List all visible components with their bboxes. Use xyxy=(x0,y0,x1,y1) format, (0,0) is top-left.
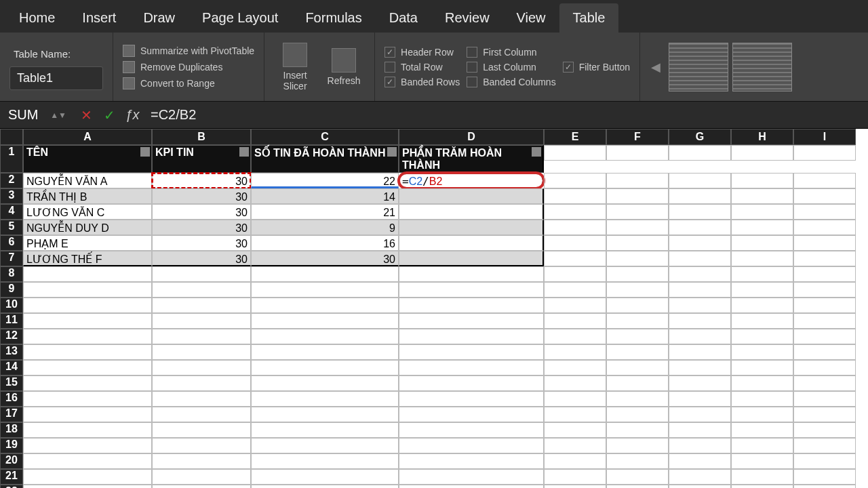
cell[interactable] xyxy=(544,235,606,251)
col-header-c[interactable]: C xyxy=(251,129,399,145)
cell[interactable]: NGUYỄN DUY D xyxy=(23,220,152,235)
cell[interactable] xyxy=(731,469,793,485)
cell[interactable] xyxy=(23,453,152,469)
cell[interactable] xyxy=(669,391,731,407)
cell[interactable] xyxy=(669,220,731,235)
cell[interactable] xyxy=(399,360,544,375)
tab-insert[interactable]: Insert xyxy=(68,3,130,33)
cell[interactable] xyxy=(606,422,669,438)
cell[interactable] xyxy=(251,282,399,298)
cell[interactable] xyxy=(606,235,669,251)
cell[interactable] xyxy=(606,375,669,391)
cell[interactable] xyxy=(251,407,399,422)
total-row-toggle[interactable]: Total Row xyxy=(384,62,460,73)
cell[interactable] xyxy=(544,282,606,298)
col-header-a[interactable]: A xyxy=(23,129,152,145)
cell[interactable] xyxy=(399,266,544,282)
cell[interactable] xyxy=(731,204,793,220)
cell[interactable] xyxy=(793,438,856,453)
tab-review[interactable]: Review xyxy=(431,3,503,33)
fx-icon[interactable]: ƒx xyxy=(121,107,144,123)
cell[interactable] xyxy=(669,375,731,391)
cell[interactable] xyxy=(544,188,606,204)
cell[interactable] xyxy=(251,266,399,282)
cell[interactable] xyxy=(251,313,399,329)
cell[interactable]: 16 xyxy=(251,235,399,251)
cell[interactable] xyxy=(731,251,793,266)
cell[interactable] xyxy=(793,329,856,344)
remove-duplicates-button[interactable]: Remove Duplicates xyxy=(123,61,254,73)
convert-range-button[interactable]: Convert to Range xyxy=(123,77,254,89)
cell[interactable] xyxy=(23,344,152,360)
cell[interactable] xyxy=(731,220,793,235)
cell[interactable] xyxy=(606,220,669,235)
cell[interactable] xyxy=(544,313,606,329)
filter-icon[interactable] xyxy=(239,147,249,157)
cell[interactable] xyxy=(544,438,606,453)
last-column-toggle[interactable]: Last Column xyxy=(467,62,555,73)
refresh-button[interactable]: Refresh xyxy=(323,48,365,86)
cell[interactable] xyxy=(152,469,251,485)
table-header-cell[interactable]: KPI TIN xyxy=(152,145,251,173)
cell[interactable] xyxy=(23,329,152,344)
cell[interactable] xyxy=(251,453,399,469)
table-header-cell[interactable]: PHẦN TRĂM HOÀN THÀNH xyxy=(399,145,544,173)
cell[interactable] xyxy=(399,235,544,251)
cell[interactable] xyxy=(606,173,669,188)
row-header[interactable]: 11 xyxy=(0,313,23,329)
cell[interactable] xyxy=(23,422,152,438)
col-header-d[interactable]: D xyxy=(399,129,544,145)
cell[interactable] xyxy=(23,469,152,485)
row-header[interactable]: 22 xyxy=(0,485,23,488)
row-header[interactable]: 14 xyxy=(0,360,23,375)
cell[interactable] xyxy=(399,407,544,422)
cell[interactable] xyxy=(669,251,731,266)
cell[interactable] xyxy=(731,453,793,469)
confirm-formula-button[interactable]: ✓ xyxy=(98,107,121,123)
cell[interactable] xyxy=(793,188,856,204)
tab-table[interactable]: Table xyxy=(559,3,619,33)
cell[interactable] xyxy=(606,329,669,344)
cell[interactable] xyxy=(544,422,606,438)
cell[interactable] xyxy=(152,438,251,453)
cell[interactable] xyxy=(23,266,152,282)
cell[interactable] xyxy=(544,391,606,407)
cell[interactable] xyxy=(793,469,856,485)
cell[interactable] xyxy=(544,204,606,220)
row-header[interactable]: 19 xyxy=(0,438,23,453)
tab-view[interactable]: View xyxy=(503,3,559,33)
cell-ref-c2[interactable]: 22 xyxy=(251,173,399,188)
cell[interactable] xyxy=(669,422,731,438)
cell[interactable] xyxy=(399,282,544,298)
cell-ref-b2[interactable]: 30 xyxy=(152,173,251,188)
cell[interactable] xyxy=(251,469,399,485)
row-header[interactable]: 7 xyxy=(0,251,23,266)
cell[interactable] xyxy=(669,235,731,251)
cell[interactable] xyxy=(669,469,731,485)
cell[interactable] xyxy=(606,282,669,298)
cell[interactable] xyxy=(399,453,544,469)
cell[interactable] xyxy=(731,329,793,344)
cell[interactable] xyxy=(544,173,606,188)
cell[interactable] xyxy=(152,298,251,313)
styles-prev-icon[interactable]: ◀ xyxy=(647,60,665,75)
cell[interactable] xyxy=(606,391,669,407)
cell[interactable] xyxy=(606,188,669,204)
banded-rows-toggle[interactable]: ✓Banded Rows xyxy=(384,77,460,87)
cell[interactable] xyxy=(152,344,251,360)
cell[interactable] xyxy=(544,298,606,313)
cell[interactable] xyxy=(544,469,606,485)
col-header-h[interactable]: H xyxy=(731,129,793,145)
cell[interactable] xyxy=(731,173,793,188)
col-header-f[interactable]: F xyxy=(606,129,669,145)
cell[interactable] xyxy=(544,453,606,469)
cell[interactable]: 30 xyxy=(251,251,399,266)
cell[interactable]: TRẦN THỊ B xyxy=(23,188,152,204)
cell[interactable] xyxy=(793,313,856,329)
cell[interactable] xyxy=(23,282,152,298)
cell[interactable] xyxy=(793,407,856,422)
cell[interactable] xyxy=(731,145,793,161)
cell[interactable] xyxy=(606,145,669,161)
cell[interactable]: 30 xyxy=(152,188,251,204)
cell[interactable] xyxy=(606,251,669,266)
